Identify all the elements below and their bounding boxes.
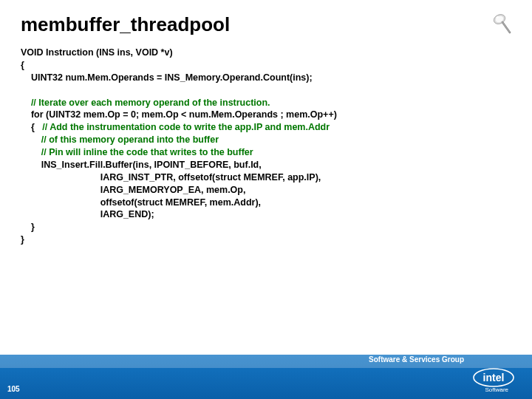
slide-title: membuffer_threadpool [21, 13, 511, 36]
code-line: } [21, 234, 24, 245]
code-block: VOID Instruction (INS ins, VOID *v) { UI… [21, 47, 511, 246]
code-line: VOID Instruction (INS ins, VOID *v) [21, 47, 173, 58]
footer-bar: Software & Services Group 105 intel Soft… [0, 355, 532, 399]
slide-number: 105 [7, 385, 20, 393]
intel-logo-text: intel [483, 372, 505, 383]
code-line: IARG_MEMORYOP_EA, mem.Op, [21, 185, 245, 195]
code-line: IARG_INST_PTR, offsetof(struct MEMREF, a… [21, 172, 321, 183]
code-line: } [21, 222, 35, 232]
code-line: IARG_END); [21, 209, 154, 219]
footer-group-label: Software & Services Group [369, 355, 464, 364]
code-line: { [21, 60, 24, 70]
code-line: offsetof(struct MEMREF, mem.Addr), [21, 197, 261, 208]
code-line: { [21, 122, 42, 132]
pushpin-icon [485, 4, 517, 37]
code-line: for (UINT32 mem.Op = 0; mem.Op < num.Mem… [21, 109, 337, 120]
intel-logo: intel Software [473, 368, 520, 396]
code-line: UINT32 num.Mem.Operands = INS_Memory.Ope… [21, 72, 313, 83]
code-comment: // Add the instrumentation code to write… [42, 122, 330, 132]
code-comment: // Pin will inline the code that writes … [21, 147, 253, 157]
intel-logo-sub: Software [485, 386, 508, 393]
code-comment: // of this memory operand into the buffe… [21, 134, 219, 145]
code-line: INS_Insert.Fill.Buffer(ins, IPOINT_BEFOR… [21, 160, 262, 170]
code-comment: // Iterate over each memory operand of t… [21, 98, 270, 108]
